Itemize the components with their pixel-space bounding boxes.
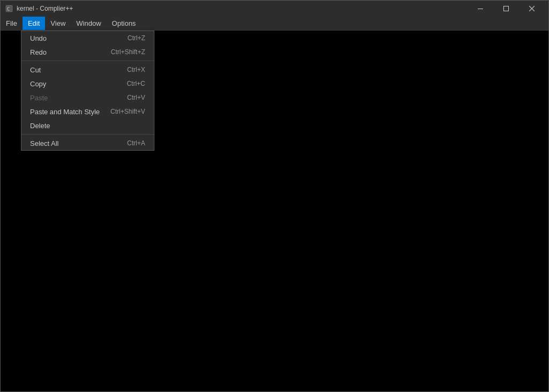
menu-cut[interactable]: Cut Ctrl+X — [21, 63, 154, 77]
menu-delete[interactable]: Delete — [21, 119, 154, 132]
title-bar-left: C kernel - Complier++ — [5, 4, 73, 13]
window-frame: C kernel - Complier++ File — [0, 0, 549, 392]
menu-undo[interactable]: Undo Ctrl+Z — [21, 31, 154, 45]
menu-item-view[interactable]: View — [45, 17, 71, 30]
menu-paste-match[interactable]: Paste and Match Style Ctrl+Shift+V — [21, 105, 154, 119]
menu-item-edit[interactable]: Edit — [23, 17, 45, 30]
menu-select-all[interactable]: Select All Ctrl+A — [21, 136, 154, 150]
maximize-button[interactable] — [494, 1, 518, 17]
title-bar: C kernel - Complier++ — [1, 1, 548, 17]
menu-item-options[interactable]: Options — [107, 17, 142, 30]
app-icon: C — [5, 4, 13, 13]
menu-redo[interactable]: Redo Ctrl+Shift+Z — [21, 45, 154, 59]
minimize-button[interactable] — [468, 1, 493, 17]
window-title: kernel - Complier++ — [17, 5, 73, 12]
edit-dropdown-menu: Undo Ctrl+Z Redo Ctrl+Shift+Z Cut Ctrl+X… — [21, 31, 154, 151]
main-content: Undo Ctrl+Z Redo Ctrl+Shift+Z Cut Ctrl+X… — [1, 31, 548, 391]
menu-copy[interactable]: Copy Ctrl+C — [21, 77, 154, 91]
separator-2 — [21, 134, 154, 135]
svg-rect-3 — [504, 6, 509, 11]
menu-bar: File Edit View Window Options — [1, 17, 548, 31]
svg-rect-2 — [478, 9, 483, 9]
separator-1 — [21, 61, 154, 61]
window-controls — [468, 1, 544, 17]
svg-text:C: C — [7, 6, 10, 12]
menu-item-file[interactable]: File — [1, 17, 23, 30]
menu-item-window[interactable]: Window — [71, 17, 106, 30]
menu-paste[interactable]: Paste Ctrl+V — [21, 91, 154, 105]
close-button[interactable] — [520, 1, 544, 17]
